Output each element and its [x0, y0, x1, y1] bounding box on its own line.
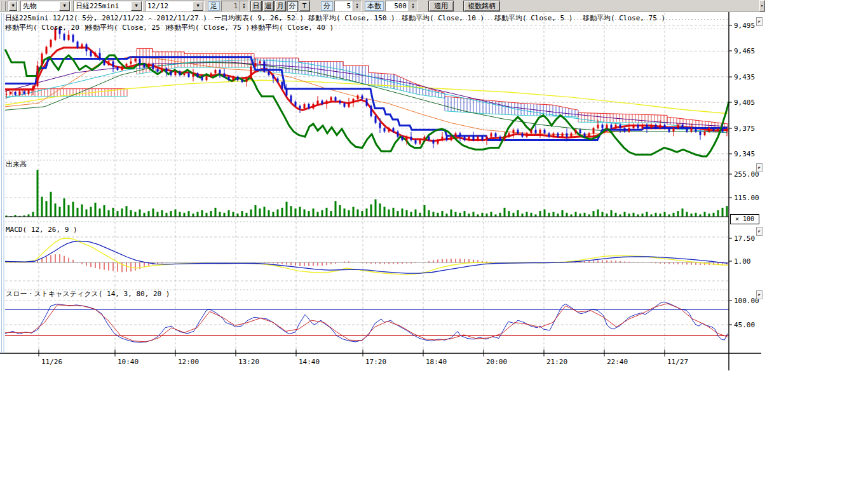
spinner-arrows-icon[interactable]: ▲▼	[409, 1, 417, 11]
period-day-button[interactable]: 日	[250, 1, 262, 11]
contract-month-combobox[interactable]: 12/12 ▼	[145, 1, 205, 11]
volume-multiplier-badge: × 100	[730, 214, 759, 224]
svg-text:11/27: 11/27	[667, 358, 688, 366]
apply-button[interactable]: 適用	[428, 1, 454, 11]
volume-panel-title: 出来高	[6, 160, 27, 168]
price-axis-expand-button[interactable]: ◤	[756, 17, 763, 26]
svg-text:14:40: 14:40	[299, 358, 320, 366]
symbol-value: 日経225mini	[74, 1, 130, 11]
svg-text:100.00: 100.00	[734, 297, 759, 305]
toolbar-overflow-button[interactable]: ▸	[759, 0, 765, 11]
market-value: 先物	[21, 1, 58, 11]
svg-text:20:00: 20:00	[486, 358, 507, 366]
macd-panel-title: MACD( 12, 26, 9 )	[6, 226, 78, 234]
svg-text:9,345: 9,345	[734, 150, 755, 158]
bar-count-value: 500	[386, 1, 409, 11]
chart-toolbar: ▼ 先物 ▼ 日経225mini ▼ 12/12 ▼ 足 1 ▲▼ 日 週 月 …	[0, 0, 765, 12]
svg-text:10:40: 10:40	[118, 358, 139, 366]
chevron-down-icon[interactable]: ▼	[131, 1, 142, 11]
period-week-button[interactable]: 週	[262, 1, 274, 11]
trading-app-window: ▼ 先物 ▼ 日経225mini ▼ 12/12 ▼ 足 1 ▲▼ 日 週 月 …	[0, 0, 868, 488]
period-minute-button[interactable]: 分	[287, 1, 298, 11]
minute-value: 5	[335, 1, 353, 11]
chart-svg[interactable]: 9,4959,4659,4359,4059,3759,345255.00115.…	[0, 12, 765, 372]
period-month-button[interactable]: 月	[275, 1, 286, 11]
spinner-arrows-icon[interactable]: ▲▼	[240, 1, 248, 11]
contract-value: 12/12	[146, 2, 192, 10]
svg-text:9,465: 9,465	[734, 47, 755, 55]
symbol-combobox[interactable]: 日経225mini ▼	[73, 1, 143, 11]
svg-text:45.00: 45.00	[734, 321, 755, 329]
legend-ma75b: 移動平均( Close, 75 )	[167, 24, 250, 32]
macd-axis-expand-button[interactable]: ◤	[756, 227, 763, 236]
svg-text:9,435: 9,435	[734, 73, 755, 81]
chevron-down-icon[interactable]: ▼	[193, 1, 203, 11]
legend-ma5: 移動平均( Close, 5 )	[494, 14, 573, 22]
stoch-panel-title: スロー・ストキャスティクス( 14, 3, 80, 20 )	[6, 290, 170, 298]
minute-label: 分	[321, 1, 333, 11]
chevron-down-icon[interactable]: ▼	[9, 1, 17, 11]
svg-text:1.00: 1.00	[734, 257, 751, 266]
legend-ma40: 移動平均( Close, 40 )	[251, 24, 334, 32]
svg-text:11/26: 11/26	[41, 358, 62, 366]
svg-text:12:00: 12:00	[178, 358, 199, 366]
legend-ma150: 移動平均( Close, 150 )	[308, 14, 395, 22]
market-combobox[interactable]: 先物 ▼	[20, 1, 71, 11]
volume-axis-expand-button[interactable]: ◤	[756, 163, 763, 172]
chevron-down-icon[interactable]: ▼	[59, 1, 70, 11]
multi-symbol-button[interactable]: 複数銘柄	[463, 1, 500, 11]
legend-ma75: 移動平均( Close, 75 )	[583, 14, 665, 22]
chart-type-combobox[interactable]: ▼	[8, 1, 18, 11]
minute-stepper[interactable]: 5 ▲▼	[334, 1, 362, 11]
svg-text:21:20: 21:20	[546, 358, 567, 366]
svg-text:9,375: 9,375	[734, 125, 755, 133]
legend-ichimoku: 一目均衡表( 9, 26, 52 )	[214, 14, 304, 22]
spinner-arrows-icon[interactable]: ▲▼	[353, 1, 361, 11]
bar-count-stepper[interactable]: 500 ▲▼	[385, 1, 417, 11]
legend-ma20: 移動平均( Close, 20 )	[5, 24, 88, 32]
svg-text:255.00: 255.00	[734, 170, 759, 179]
svg-text:17.50: 17.50	[734, 234, 755, 243]
period-tick-button[interactable]: T	[299, 1, 310, 11]
svg-text:18:40: 18:40	[426, 358, 447, 366]
chart-title-legend: 日経225mini 12/12( 5分, 2012/11/22 - 2012/1…	[5, 14, 207, 22]
svg-text:115.00: 115.00	[734, 194, 759, 202]
svg-text:9,495: 9,495	[734, 22, 755, 30]
legend-ma25: 移動平均( Close, 25 )	[86, 24, 168, 32]
bar-count-label: 本数	[365, 1, 384, 11]
svg-text:9,405: 9,405	[734, 98, 755, 107]
bar-interval-value: 1	[222, 1, 240, 11]
chart-canvas[interactable]: 9,4959,4659,4359,4059,3759,345255.00115.…	[0, 12, 765, 372]
toolbar-grip[interactable]	[1, 1, 6, 11]
stoch-axis-expand-button[interactable]: ◤	[756, 290, 763, 299]
svg-text:17:20: 17:20	[365, 358, 386, 366]
svg-text:13:20: 13:20	[238, 358, 259, 366]
bar-label: 足	[208, 1, 220, 11]
svg-text:22:40: 22:40	[607, 358, 628, 366]
bar-interval-stepper[interactable]: 1 ▲▼	[221, 1, 248, 11]
legend-ma10: 移動平均( Close, 10 )	[402, 14, 484, 22]
